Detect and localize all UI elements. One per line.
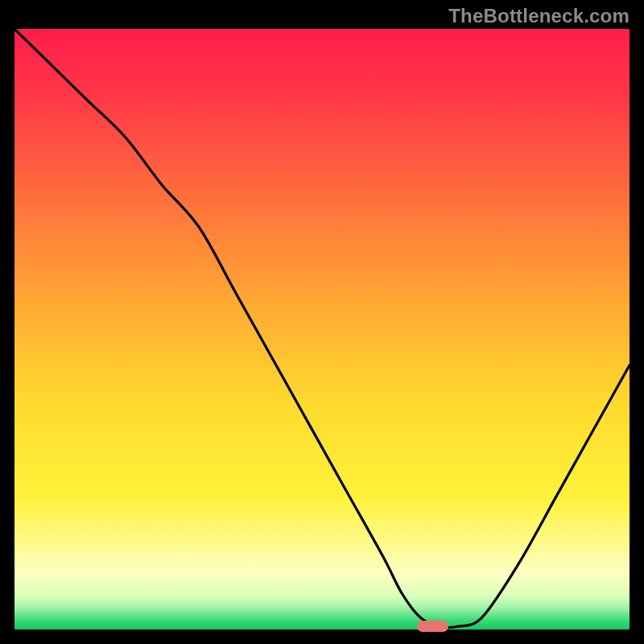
optimal-marker: [417, 621, 448, 632]
watermark-text: TheBottleneck.com: [448, 5, 630, 27]
chart-plot: [14, 29, 630, 630]
chart-frame: [14, 29, 630, 630]
